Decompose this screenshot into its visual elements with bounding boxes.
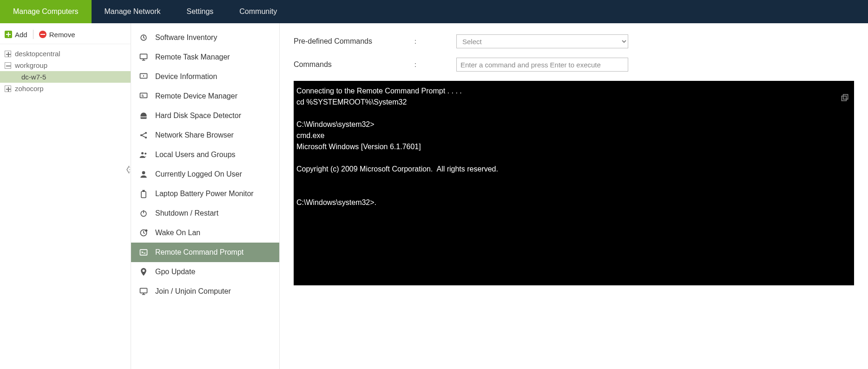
- remove-label: Remove: [49, 31, 75, 39]
- tool-label: Device Information: [155, 72, 217, 81]
- svg-point-1: [129, 169, 130, 170]
- commands-input[interactable]: [456, 58, 628, 72]
- tool-label: Local Users and Groups: [155, 151, 236, 159]
- tool-remote-task-manager[interactable]: Remote Task Manager: [131, 47, 279, 67]
- tool-label: Laptop Battery Power Monitor: [155, 190, 254, 198]
- main-layout: Add Remove desktopcentral workgroup dc-w…: [0, 23, 868, 369]
- tool-remote-device-manager[interactable]: Remote Device Manager: [131, 86, 279, 106]
- tool-label: Remote Command Prompt: [155, 248, 243, 257]
- gpo-icon: [138, 267, 149, 277]
- tab-label: Manage Network: [105, 7, 161, 16]
- tool-label: Remote Device Manager: [155, 92, 237, 100]
- tool-shutdown-restart[interactable]: Shutdown / Restart: [131, 204, 279, 223]
- computer-tree-sidebar: Add Remove desktopcentral workgroup dc-w…: [0, 23, 131, 369]
- svg-point-10: [141, 152, 144, 154]
- tool-hard-disk-detector[interactable]: Hard Disk Space Detector: [131, 106, 279, 125]
- svg-rect-17: [140, 250, 147, 255]
- splitter-handle[interactable]: [125, 163, 131, 177]
- predefined-commands-row: Pre-defined Commands : Select: [294, 34, 854, 48]
- tool-label: Software Inventory: [155, 33, 217, 42]
- share-icon: [138, 130, 149, 140]
- tool-label: Wake On Lan: [155, 229, 200, 237]
- tree-node-label: workgroup: [15, 61, 47, 69]
- tree-actions: Add Remove: [0, 27, 131, 44]
- remove-button[interactable]: Remove: [39, 31, 75, 39]
- plus-icon: [5, 31, 12, 38]
- expand-icon[interactable]: [5, 86, 11, 92]
- computer-tree: desktopcentral workgroup dc-w7-5 zohocor…: [0, 44, 131, 98]
- svg-point-16: [145, 230, 147, 231]
- svg-point-0: [129, 167, 130, 168]
- svg-rect-4: [140, 54, 147, 59]
- commands-label: Commands: [294, 60, 414, 69]
- collapse-icon[interactable]: [5, 62, 11, 69]
- colon: :: [414, 61, 456, 68]
- tree-node-workgroup[interactable]: workgroup: [0, 59, 131, 71]
- tree-child-label: dc-w7-5: [21, 73, 46, 81]
- tool-label: Currently Logged On User: [155, 170, 242, 178]
- tree-node-desktopcentral[interactable]: desktopcentral: [0, 48, 131, 59]
- svg-rect-18: [140, 288, 147, 293]
- tab-manage-network[interactable]: Manage Network: [92, 0, 174, 23]
- tool-join-unjoin-computer[interactable]: Join / Unjoin Computer: [131, 282, 279, 301]
- tool-wake-on-lan[interactable]: Wake On Lan: [131, 223, 279, 243]
- tab-label: Manage Computers: [13, 7, 79, 16]
- tab-manage-computers[interactable]: Manage Computers: [0, 0, 92, 23]
- disk-icon: [138, 111, 149, 121]
- svg-point-2: [129, 171, 130, 172]
- tool-software-inventory[interactable]: Software Inventory: [131, 28, 279, 47]
- tree-node-zohocorp[interactable]: zohocorp: [0, 83, 131, 94]
- device-info-icon: [138, 72, 149, 82]
- tool-battery-monitor[interactable]: Laptop Battery Power Monitor: [131, 184, 279, 204]
- tree-node-label: zohocorp: [15, 85, 44, 92]
- main-panel: Pre-defined Commands : Select Commands :…: [280, 23, 868, 369]
- popout-icon[interactable]: [840, 93, 849, 102]
- tool-label: Shutdown / Restart: [155, 209, 218, 217]
- cmd-icon: [138, 247, 149, 257]
- tab-settings[interactable]: Settings: [173, 0, 226, 23]
- svg-rect-20: [843, 94, 848, 99]
- tab-label: Community: [239, 7, 277, 16]
- tree-child-dc-w7-5[interactable]: dc-w7-5: [0, 71, 131, 83]
- device-manager-icon: [138, 91, 149, 101]
- svg-point-11: [145, 152, 146, 154]
- commands-row: Commands :: [294, 58, 854, 72]
- svg-rect-6: [140, 93, 147, 98]
- tool-currently-logged-on-user[interactable]: Currently Logged On User: [131, 165, 279, 184]
- tool-gpo-update[interactable]: Gpo Update: [131, 262, 279, 282]
- tool-label: Join / Unjoin Computer: [155, 287, 231, 296]
- expand-icon[interactable]: [5, 51, 11, 57]
- users-icon: [138, 150, 149, 160]
- svg-rect-19: [842, 96, 846, 101]
- power-icon: [138, 208, 149, 218]
- divider: [33, 30, 33, 39]
- predefined-commands-select[interactable]: Select: [456, 34, 628, 48]
- tool-local-users-groups[interactable]: Local Users and Groups: [131, 145, 279, 165]
- tool-remote-command-prompt[interactable]: Remote Command Prompt: [131, 243, 279, 262]
- tab-community[interactable]: Community: [226, 0, 290, 23]
- tool-label: Remote Task Manager: [155, 53, 230, 61]
- command-console[interactable]: Connecting to the Remote Command Prompt …: [294, 81, 854, 285]
- tool-network-share-browser[interactable]: Network Share Browser: [131, 125, 279, 145]
- wol-icon: [138, 228, 149, 238]
- add-button[interactable]: Add: [5, 31, 27, 39]
- monitor-icon: [138, 52, 149, 62]
- user-icon: [138, 169, 149, 179]
- battery-icon: [138, 189, 149, 199]
- minus-icon: [39, 31, 46, 38]
- tool-device-information[interactable]: Device Information: [131, 67, 279, 86]
- inventory-icon: [138, 33, 149, 43]
- add-label: Add: [15, 31, 27, 39]
- colon: :: [414, 38, 456, 45]
- join-icon: [138, 286, 149, 297]
- tab-label: Settings: [186, 7, 213, 16]
- tools-sidebar: Software Inventory Remote Task Manager D…: [131, 23, 280, 369]
- tool-label: Gpo Update: [155, 268, 195, 276]
- tree-node-label: desktopcentral: [15, 50, 60, 58]
- top-nav: Manage Computers Manage Network Settings…: [0, 0, 868, 23]
- tool-label: Hard Disk Space Detector: [155, 112, 241, 120]
- tool-label: Network Share Browser: [155, 131, 234, 139]
- svg-point-12: [142, 171, 145, 174]
- predefined-commands-label: Pre-defined Commands: [294, 37, 414, 46]
- svg-rect-13: [141, 191, 146, 198]
